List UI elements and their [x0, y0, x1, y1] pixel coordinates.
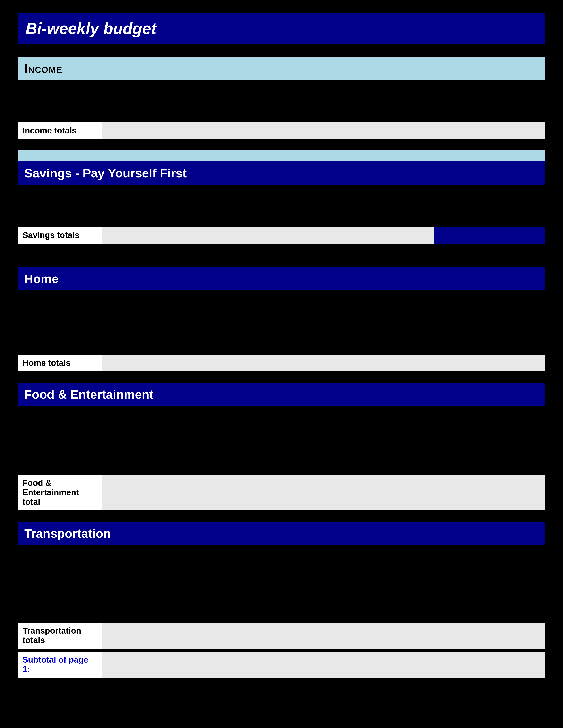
subtotal-label: Subtotal of page 1:	[18, 652, 102, 678]
home-data-area	[18, 293, 545, 354]
home-totals-col1[interactable]	[102, 355, 213, 371]
food-totals-row: Food & Entertainment total	[18, 474, 545, 511]
subtotal-col4[interactable]	[434, 652, 545, 678]
subtotal-row: Subtotal of page 1:	[18, 651, 545, 678]
savings-totals-col4[interactable]	[434, 227, 545, 244]
income-totals-row: Income totals	[18, 122, 545, 139]
transportation-totals-col2[interactable]	[213, 623, 324, 649]
food-data-area	[18, 408, 545, 474]
transportation-totals-col1[interactable]	[102, 623, 213, 649]
savings-totals-col3[interactable]	[324, 227, 434, 244]
income-totals-col4[interactable]	[434, 122, 545, 139]
savings-header: Savings - Pay Yourself First	[18, 161, 545, 185]
subtotal-col2[interactable]	[213, 652, 324, 678]
income-data-area	[18, 82, 545, 122]
food-totals-col2[interactable]	[213, 475, 324, 510]
savings-title: Savings - Pay Yourself First	[24, 166, 187, 180]
page-title: Bi-weekly budget	[26, 20, 156, 37]
subtotal-col1[interactable]	[102, 652, 213, 678]
transportation-title: Transportation	[24, 526, 111, 540]
savings-totals-col2[interactable]	[213, 227, 324, 244]
income-totals-col3[interactable]	[324, 122, 434, 139]
food-totals-col3[interactable]	[324, 475, 434, 510]
transportation-totals-col4[interactable]	[434, 623, 545, 649]
home-totals-row: Home totals	[18, 354, 545, 372]
home-totals-col3[interactable]	[324, 355, 434, 371]
savings-top-bar	[18, 150, 545, 161]
food-totals-label: Food & Entertainment total	[18, 475, 102, 510]
home-title: Home	[24, 272, 59, 286]
income-header: Income	[18, 57, 545, 80]
title-bar: Bi-weekly budget	[18, 13, 545, 44]
savings-totals-row: Savings totals	[18, 227, 545, 244]
income-totals-col1[interactable]	[102, 122, 213, 139]
savings-totals-col1[interactable]	[102, 227, 213, 244]
food-header: Food & Entertainment	[18, 383, 545, 406]
subtotal-col3[interactable]	[324, 652, 434, 678]
savings-section: Savings - Pay Yourself First Savings tot…	[18, 150, 545, 256]
home-totals-col4[interactable]	[434, 355, 545, 371]
food-totals-col1[interactable]	[102, 475, 213, 510]
transportation-data-area	[18, 547, 545, 622]
savings-blank-row	[18, 244, 545, 256]
transportation-totals-row: Transportation totals	[18, 622, 545, 649]
food-title: Food & Entertainment	[24, 387, 153, 401]
transportation-section: Transportation Transportation totals Sub…	[18, 522, 545, 678]
transportation-totals-label: Transportation totals	[18, 623, 102, 649]
income-totals-label: Income totals	[18, 122, 102, 139]
transportation-header: Transportation	[18, 522, 545, 545]
home-section: Home Home totals	[18, 267, 545, 372]
savings-totals-label: Savings totals	[18, 227, 102, 244]
transportation-totals-col3[interactable]	[324, 623, 434, 649]
income-totals-col2[interactable]	[213, 122, 324, 139]
food-section: Food & Entertainment Food & Entertainmen…	[18, 383, 545, 511]
savings-data-area	[18, 187, 545, 227]
income-section: Income Income totals	[18, 57, 545, 139]
food-totals-col4[interactable]	[434, 475, 545, 510]
home-totals-col2[interactable]	[213, 355, 324, 371]
home-header: Home	[18, 267, 545, 290]
home-totals-label: Home totals	[18, 355, 102, 371]
income-title: Income	[24, 62, 62, 75]
page-container: Bi-weekly budget Income Income totals Sa…	[18, 13, 545, 678]
pre-subtotal-gap	[18, 649, 545, 651]
